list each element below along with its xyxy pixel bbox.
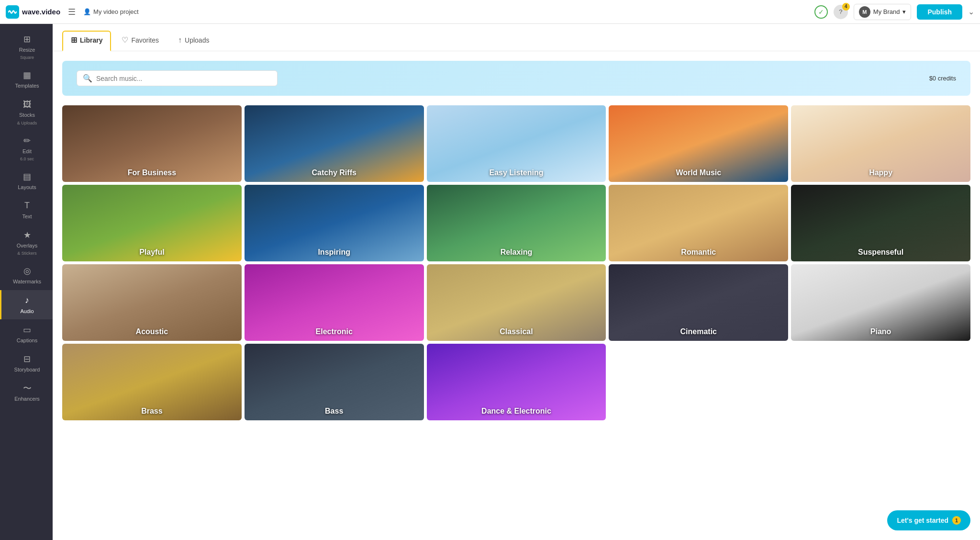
sidebar-sublabel-stocks: & Uploads [17, 121, 37, 125]
edit-icon: ✏ [21, 135, 34, 146]
sidebar-label-resize: Resize [19, 47, 35, 53]
audio-icon: ♪ [21, 295, 34, 306]
captions-icon: ▭ [21, 324, 34, 336]
music-card-brass[interactable]: Brass [62, 344, 242, 420]
get-started-badge: 1 [952, 516, 961, 525]
sidebar-item-enhancers[interactable]: 〜 Enhancers [0, 378, 53, 407]
sidebar-item-layouts[interactable]: ▤ Layouts [0, 166, 53, 195]
music-card-bass[interactable]: Bass [245, 344, 424, 420]
storyboard-icon: ⊟ [21, 353, 34, 365]
music-card-dance[interactable]: Dance & Electronic [427, 344, 606, 420]
sidebar-item-text[interactable]: T Text [0, 195, 53, 225]
sidebar-item-overlays[interactable]: ★ Overlays & Stickers [0, 225, 53, 260]
music-card-for-business[interactable]: For Business [62, 105, 242, 182]
sidebar-label-layouts: Layouts [18, 184, 36, 191]
templates-icon: ▦ [21, 69, 34, 81]
expand-icon[interactable]: ⌄ [968, 7, 974, 16]
sidebar-label-enhancers: Enhancers [14, 396, 40, 402]
logo-icon [6, 5, 19, 19]
sidebar-label-audio: Audio [20, 308, 33, 315]
music-card-label-playful: Playful [62, 248, 242, 257]
music-card-acoustic[interactable]: Acoustic [62, 264, 242, 341]
music-grid: For Business Catchy Riffs Easy Listening… [62, 105, 970, 420]
grid-container: For Business Catchy Riffs Easy Listening… [53, 96, 980, 540]
app-body: ⊞ Resize Square ▦ Templates 🖼 Stocks & U… [0, 24, 980, 540]
publish-button[interactable]: Publish [917, 4, 962, 20]
tab-bar: ⊞ Library ♡ Favorites ↑ Uploads [53, 24, 980, 51]
check-status-icon: ✓ [814, 5, 828, 19]
music-card-label-catchy-riffs: Catchy Riffs [245, 169, 424, 177]
music-card-relaxing[interactable]: Relaxing [427, 185, 606, 261]
music-card-piano[interactable]: Piano [791, 264, 970, 341]
question-icon: ? [839, 8, 842, 15]
search-input[interactable] [96, 75, 271, 82]
hamburger-icon[interactable]: ☰ [68, 7, 76, 17]
project-name: 👤 My video project [83, 8, 139, 15]
music-card-label-relaxing: Relaxing [427, 248, 606, 257]
sidebar-label-overlays: Overlays [17, 243, 37, 249]
sidebar-item-resize[interactable]: ⊞ Resize Square [0, 29, 53, 65]
sidebar-item-templates[interactable]: ▦ Templates [0, 65, 53, 94]
music-card-playful[interactable]: Playful [62, 185, 242, 261]
watermarks-icon: ◎ [21, 265, 34, 277]
music-card-romantic[interactable]: Romantic [609, 185, 788, 261]
sidebar-item-audio[interactable]: ♪ Audio [0, 290, 53, 319]
help-button[interactable]: ? 4 [834, 5, 848, 19]
topbar-right: ✓ ? 4 M My Brand ▾ Publish ⌄ [814, 4, 974, 20]
music-card-label-piano: Piano [791, 327, 970, 336]
library-tab-label: Library [80, 36, 102, 44]
music-card-electronic[interactable]: Electronic [245, 264, 424, 341]
sidebar-label-edit: Edit [22, 148, 32, 155]
favorites-tab-label: Favorites [131, 36, 159, 44]
uploads-tab-icon: ↑ [178, 36, 182, 45]
music-card-label-electronic: Electronic [245, 327, 424, 336]
brand-dropdown[interactable]: M My Brand ▾ [854, 4, 912, 20]
music-card-classical[interactable]: Classical [427, 264, 606, 341]
music-card-cinematic[interactable]: Cinematic [609, 264, 788, 341]
music-card-label-for-business: For Business [62, 169, 242, 177]
sidebar-item-stocks[interactable]: 🖼 Stocks & Uploads [0, 94, 53, 130]
music-card-inspiring[interactable]: Inspiring [245, 185, 424, 261]
music-card-label-happy: Happy [791, 169, 970, 177]
sidebar-label-watermarks: Watermarks [13, 279, 41, 285]
music-card-label-brass: Brass [62, 407, 242, 416]
sidebar-label-text: Text [22, 214, 32, 220]
brand-name: My Brand [873, 8, 900, 15]
music-card-label-cinematic: Cinematic [609, 327, 788, 336]
search-icon: 🔍 [83, 74, 92, 83]
layouts-icon: ▤ [21, 171, 34, 182]
music-card-happy[interactable]: Happy [791, 105, 970, 182]
library-tab-icon: ⊞ [71, 35, 77, 45]
tab-uploads[interactable]: ↑ Uploads [169, 31, 218, 51]
search-area: 🔍 $0 credits [62, 61, 970, 96]
logo: wave.video [6, 5, 60, 19]
sidebar-sublabel-overlays: & Stickers [17, 251, 37, 256]
music-card-label-bass: Bass [245, 407, 424, 416]
brand-avatar: M [859, 6, 870, 18]
enhancers-icon: 〜 [21, 382, 34, 394]
get-started-button[interactable]: Let's get started 1 [887, 510, 970, 530]
main-content: ⊞ Library ♡ Favorites ↑ Uploads 🔍 $0 cre… [53, 24, 980, 540]
credits-text: $0 credits [929, 75, 956, 82]
sidebar-item-edit[interactable]: ✏ Edit 6.0 sec [0, 130, 53, 166]
favorites-tab-icon: ♡ [122, 35, 128, 45]
sidebar-sublabel-edit: 6.0 sec [20, 157, 34, 161]
sidebar-item-storyboard[interactable]: ⊟ Storyboard [0, 349, 53, 378]
tab-library[interactable]: ⊞ Library [62, 31, 111, 51]
sidebar: ⊞ Resize Square ▦ Templates 🖼 Stocks & U… [0, 24, 53, 540]
overlays-icon: ★ [21, 229, 34, 241]
music-card-catchy-riffs[interactable]: Catchy Riffs [245, 105, 424, 182]
tab-favorites[interactable]: ♡ Favorites [113, 31, 167, 51]
sidebar-item-captions[interactable]: ▭ Captions [0, 319, 53, 349]
music-card-easy-listening[interactable]: Easy Listening [427, 105, 606, 182]
music-card-suspenseful[interactable]: Suspenseful [791, 185, 970, 261]
music-card-label-easy-listening: Easy Listening [427, 169, 606, 177]
get-started-label: Let's get started [897, 517, 948, 524]
topbar: wave.video ☰ 👤 My video project ✓ ? 4 M … [0, 0, 980, 24]
music-card-label-dance: Dance & Electronic [427, 407, 606, 416]
sidebar-label-storyboard: Storyboard [14, 367, 40, 373]
stocks-icon: 🖼 [21, 99, 34, 110]
music-card-world-music[interactable]: World Music [609, 105, 788, 182]
sidebar-item-watermarks[interactable]: ◎ Watermarks [0, 260, 53, 290]
music-card-label-inspiring: Inspiring [245, 248, 424, 257]
